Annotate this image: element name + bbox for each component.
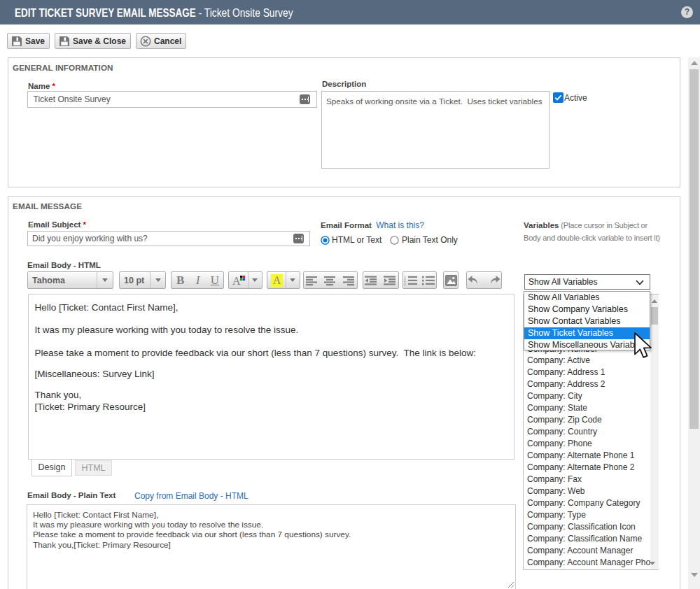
svg-text:3: 3 — [404, 282, 406, 286]
svg-text:A: A — [232, 275, 241, 287]
